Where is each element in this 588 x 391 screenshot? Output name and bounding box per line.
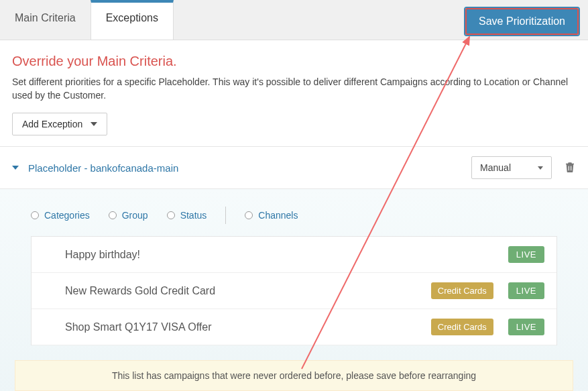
status-badge: LIVE	[508, 282, 544, 299]
delete-icon[interactable]	[564, 160, 576, 176]
filter-categories[interactable]: Categories	[31, 210, 90, 221]
filter-status[interactable]: Status	[167, 210, 207, 221]
campaign-title: New Rewards Gold Credit Card	[65, 285, 424, 297]
add-exception-button[interactable]: Add Exception	[12, 113, 107, 135]
campaign-title: Shop Smart Q1Y17 VISA Offer	[65, 321, 424, 333]
radio-icon	[109, 211, 117, 219]
filter-channels[interactable]: Channels	[245, 210, 298, 221]
filter-group[interactable]: Group	[109, 210, 148, 221]
radio-icon	[31, 211, 39, 219]
tab-main-criteria[interactable]: Main Criteria	[0, 0, 91, 40]
radio-icon	[167, 211, 175, 219]
sort-mode-select[interactable]: Manual	[471, 156, 552, 179]
placeholder-name: Placeholder - bankofcanada-main	[28, 162, 178, 174]
tab-exceptions[interactable]: Exceptions	[91, 0, 174, 40]
chevron-down-icon	[12, 166, 19, 170]
save-prioritization-button[interactable]: Save Prioritization	[465, 8, 579, 35]
campaign-list: Happy birthday!LIVENew Rewards Gold Cred…	[31, 236, 557, 345]
campaign-row[interactable]: New Rewards Gold Credit CardCredit Cards…	[32, 273, 556, 309]
add-exception-label: Add Exception	[22, 119, 82, 129]
notice-banner: This list has campaigns that were never …	[15, 360, 573, 391]
filter-row: Categories Group Status Channels	[12, 207, 576, 236]
campaign-row[interactable]: Happy birthday!LIVE	[32, 237, 556, 273]
sort-mode-value: Manual	[480, 162, 511, 173]
override-description: Set different priorities for a specific …	[12, 76, 569, 102]
radio-icon	[245, 211, 253, 219]
separator	[225, 207, 226, 224]
campaign-tag: Credit Cards	[431, 282, 493, 299]
campaign-row[interactable]: Shop Smart Q1Y17 VISA OfferCredit CardsL…	[32, 309, 556, 345]
campaign-tag: Credit Cards	[431, 319, 493, 335]
chevron-down-icon	[538, 166, 543, 170]
campaign-title: Happy birthday!	[65, 249, 493, 261]
chevron-down-icon	[91, 122, 97, 126]
override-title: Override your Main Criteria.	[12, 54, 576, 69]
status-badge: LIVE	[508, 246, 544, 263]
placeholder-header[interactable]: Placeholder - bankofcanada-main Manual	[0, 146, 588, 189]
status-badge: LIVE	[508, 319, 544, 335]
